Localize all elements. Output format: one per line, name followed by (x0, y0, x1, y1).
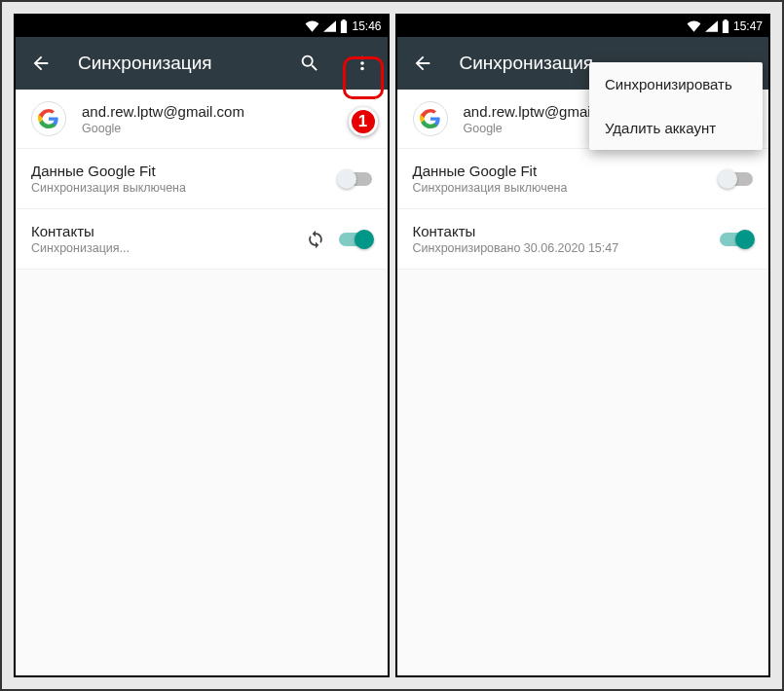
annotation-badge-1: 1 (349, 107, 378, 136)
sync-item-contacts[interactable]: Контакты Синхронизировано 30.06.2020 15:… (397, 209, 769, 270)
item-title: Контакты (31, 223, 306, 239)
syncing-icon (306, 230, 325, 249)
more-vert-icon (352, 53, 373, 74)
wifi-icon (305, 20, 319, 32)
overflow-menu: Синхронизировать Удалить аккаунт (589, 62, 763, 150)
item-subtitle: Синхронизация... (31, 241, 306, 255)
sync-item-fit[interactable]: Данные Google Fit Синхронизация выключен… (397, 149, 769, 209)
page-title: Синхронизация (78, 53, 273, 74)
search-button[interactable] (294, 48, 325, 79)
app-bar: Синхронизация (16, 37, 388, 90)
battery-icon (340, 19, 348, 33)
item-title: Данные Google Fit (413, 163, 721, 179)
item-title: Данные Google Fit (31, 163, 339, 179)
battery-icon (722, 19, 729, 33)
switch-contacts[interactable] (720, 233, 753, 246)
account-email: and.rew.lptw@gmail.com (82, 103, 244, 120)
item-subtitle: Синхронизация выключена (31, 181, 339, 195)
menu-sync-now[interactable]: Синхронизировать (589, 62, 763, 106)
wifi-icon (687, 20, 701, 32)
google-logo-icon (31, 101, 66, 136)
menu-delete-account[interactable]: Удалить аккаунт (589, 106, 763, 150)
overflow-button[interactable] (347, 48, 378, 79)
switch-fit[interactable] (720, 172, 753, 186)
google-logo-icon (413, 101, 448, 136)
status-time: 15:47 (733, 19, 763, 33)
switch-contacts[interactable] (339, 233, 372, 246)
account-row[interactable]: and.rew.lptw@gmail.com Google (16, 90, 388, 149)
phone-right: 15:47 Синхронизация and.rew.lptw@gmail.c… (395, 14, 771, 677)
back-button[interactable] (25, 48, 56, 79)
status-bar: 15:46 (16, 16, 388, 37)
status-bar: 15:47 (397, 16, 769, 37)
account-provider: Google (82, 122, 244, 135)
signal-icon (705, 20, 718, 32)
switch-fit[interactable] (339, 172, 372, 186)
sync-item-contacts[interactable]: Контакты Синхронизация... (16, 209, 388, 270)
back-button[interactable] (407, 48, 438, 79)
sync-item-fit[interactable]: Данные Google Fit Синхронизация выключен… (16, 149, 388, 209)
item-subtitle: Синхронизировано 30.06.2020 15:47 (413, 241, 721, 255)
item-title: Контакты (413, 223, 721, 239)
status-time: 15:46 (352, 19, 381, 33)
search-icon (299, 53, 320, 74)
item-subtitle: Синхронизация выключена (413, 181, 721, 195)
phone-left: 15:46 Синхронизация and.rew.lptw@gmail.c… (14, 14, 390, 677)
signal-icon (323, 20, 336, 32)
